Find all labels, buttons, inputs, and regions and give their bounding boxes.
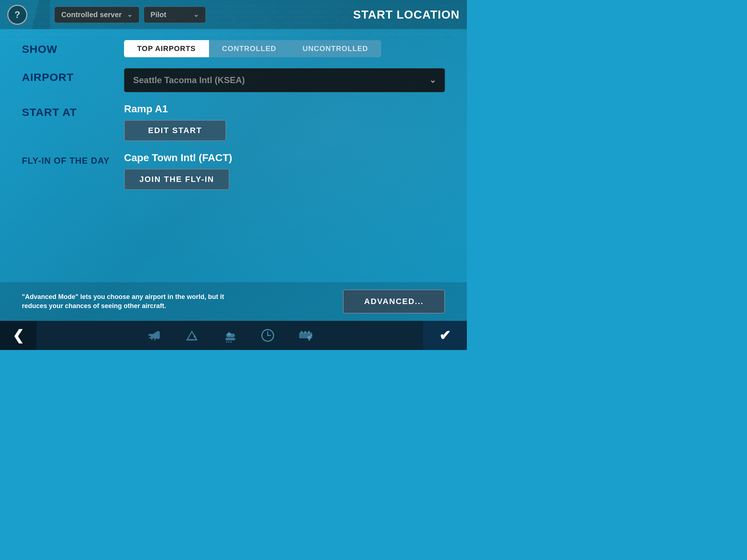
bottom-info-bar: "Advanced Mode" lets you choose any airp… — [0, 282, 467, 321]
start-at-row: START AT Ramp A1 EDIT START — [22, 103, 445, 141]
airplane-nav-icon[interactable] — [146, 327, 162, 343]
pilot-chevron-icon: ⌄ — [193, 11, 199, 19]
airport-chevron-icon: ⌄ — [429, 75, 436, 85]
server-chevron-icon: ⌄ — [127, 11, 132, 19]
tab-uncontrolled[interactable]: UNCONTROLLED — [289, 40, 381, 57]
confirm-icon: ✔ — [439, 327, 451, 343]
join-fly-in-button[interactable]: JOIN THE FLY-IN — [124, 169, 229, 190]
airport-row: AIRPORT Seattle Tacoma Intl (KSEA) ⌄ — [22, 68, 445, 92]
show-tabs: TOP AIRPORTS CONTROLLED UNCONTROLLED — [124, 40, 445, 57]
bottom-nav: ❮ — [0, 321, 467, 350]
back-icon: ❮ — [12, 327, 24, 343]
fly-in-label: FLY-IN OF THE DAY — [22, 152, 124, 166]
fly-in-value: Cape Town Intl (FACT) — [124, 152, 445, 164]
page-title: START LOCATION — [353, 8, 460, 22]
show-row: SHOW TOP AIRPORTS CONTROLLED UNCONTROLLE… — [22, 40, 445, 57]
svg-point-11 — [307, 336, 311, 339]
tab-top-airports[interactable]: TOP AIRPORTS — [124, 40, 209, 57]
airport-content: Seattle Tacoma Intl (KSEA) ⌄ — [124, 68, 445, 92]
svg-rect-8 — [301, 331, 303, 333]
svg-line-3 — [231, 341, 231, 343]
fly-in-row: FLY-IN OF THE DAY Cape Town Intl (FACT) … — [22, 152, 445, 190]
pilot-dropdown[interactable]: Pilot ⌄ — [144, 7, 206, 23]
show-label: SHOW — [22, 40, 124, 55]
airport-label: AIRPORT — [22, 68, 124, 83]
mountain-nav-icon[interactable] — [184, 327, 200, 343]
svg-line-1 — [227, 341, 227, 343]
main-content: SHOW TOP AIRPORTS CONTROLLED UNCONTROLLE… — [0, 29, 467, 212]
help-button[interactable]: ? — [7, 5, 27, 25]
start-at-label: START AT — [22, 103, 124, 118]
edit-start-button[interactable]: EDIT START — [124, 120, 226, 141]
advanced-button[interactable]: ADVANCED... — [343, 289, 445, 314]
start-at-value: Ramp A1 — [124, 103, 445, 115]
header: ? Controlled server ⌄ Pilot ⌄ START LOCA… — [0, 0, 467, 29]
header-separator — [32, 0, 50, 29]
server-dropdown[interactable]: Controlled server ⌄ — [54, 7, 139, 23]
back-button[interactable]: ❮ — [0, 321, 36, 350]
svg-line-2 — [229, 341, 229, 343]
start-at-content: Ramp A1 EDIT START — [124, 103, 445, 141]
tab-group: TOP AIRPORTS CONTROLLED UNCONTROLLED — [124, 40, 445, 57]
confirm-button[interactable]: ✔ — [423, 321, 467, 350]
nav-icons — [36, 327, 423, 343]
weather-nav-icon[interactable] — [222, 327, 238, 343]
tab-controlled[interactable]: CONTROLLED — [209, 40, 290, 57]
airport-dropdown[interactable]: Seattle Tacoma Intl (KSEA) ⌄ — [124, 68, 445, 92]
clock-nav-icon[interactable] — [260, 327, 276, 343]
fly-in-content: Cape Town Intl (FACT) JOIN THE FLY-IN — [124, 152, 445, 190]
svg-rect-9 — [304, 331, 306, 333]
engine-nav-icon[interactable] — [298, 327, 314, 343]
advanced-mode-text: "Advanced Mode" lets you choose any airp… — [22, 292, 241, 311]
svg-rect-10 — [308, 331, 310, 333]
